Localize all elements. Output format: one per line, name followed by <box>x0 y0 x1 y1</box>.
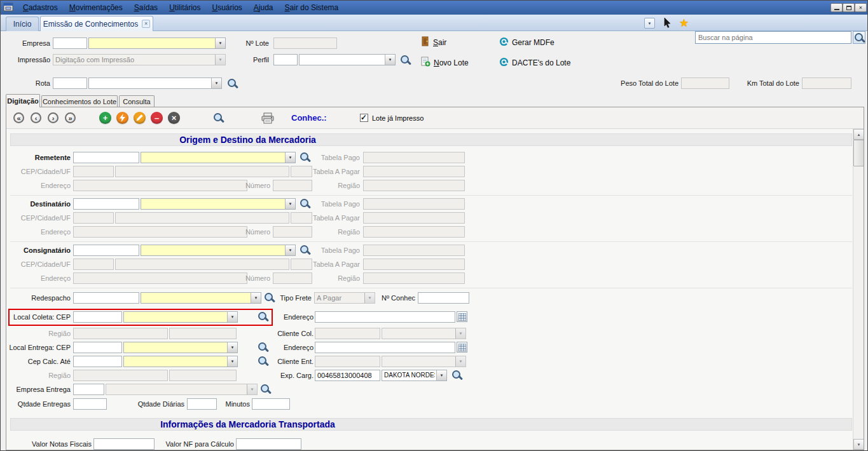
sair-button[interactable]: Sair <box>420 36 446 48</box>
tab-list-dropdown-button[interactable]: ▼ <box>644 18 655 29</box>
tab-close-icon[interactable]: × <box>142 20 150 28</box>
consignatario-name-combo[interactable]: ▼ <box>141 245 296 256</box>
chevron-down-icon[interactable]: ▼ <box>211 78 221 88</box>
last-record-button[interactable]: » <box>65 112 76 123</box>
consignatario-code-input[interactable] <box>73 245 139 256</box>
edit-record-button[interactable] <box>134 112 146 124</box>
redespacho-combo[interactable]: ▼ <box>141 292 261 304</box>
rota-combo[interactable]: ▼ <box>88 77 222 89</box>
qtdade-diarias-input[interactable] <box>187 398 217 410</box>
dactes-do-lote-button[interactable]: DACTE's do Lote <box>499 57 570 69</box>
remetente-cep-input <box>73 166 114 177</box>
exp-carg-combo[interactable]: DAKOTA NORDES ▼ <box>382 370 447 381</box>
chevron-down-icon[interactable]: ▼ <box>227 312 237 322</box>
local-coleta-cep-input[interactable] <box>73 311 122 323</box>
menu-cadastros[interactable]: Cadastros <box>17 1 64 14</box>
tab-inicio[interactable]: Início <box>6 17 39 31</box>
minimize-button[interactable] <box>830 3 843 12</box>
chevron-down-icon[interactable]: ▼ <box>251 293 261 303</box>
valor-notas-fiscais-input[interactable] <box>93 438 155 450</box>
chevron-down-icon[interactable]: ▼ <box>285 152 295 163</box>
empresa-code-input[interactable] <box>53 37 87 49</box>
exp-carg-lookup-button[interactable] <box>451 370 462 380</box>
entrega-endereco-map-button[interactable] <box>457 342 467 353</box>
coleta-endereco-input[interactable] <box>315 311 455 323</box>
subtab-conhecimentos-do-lote[interactable]: Conhecimentos do Lote <box>41 95 118 107</box>
gerar-mdfe-button[interactable]: Gerar MDFe <box>499 37 555 48</box>
valor-nf-calculo-input[interactable] <box>236 438 301 450</box>
sair-label: Sair <box>433 38 446 47</box>
empresa-entrega-code-input[interactable] <box>73 384 104 395</box>
entrega-endereco-input[interactable] <box>315 342 455 353</box>
prior-record-button[interactable]: ‹ <box>31 112 41 123</box>
post-record-button[interactable] <box>116 112 128 124</box>
lote-ja-impresso-checkbox[interactable]: ✓ <box>360 114 368 122</box>
perfil-code-input[interactable] <box>273 54 298 65</box>
no-conhec-input[interactable] <box>418 292 469 304</box>
maximize-button[interactable] <box>843 3 855 12</box>
redespacho-code-input[interactable] <box>73 292 139 304</box>
minutos-input[interactable] <box>252 398 290 410</box>
cancel-record-button[interactable]: × <box>168 112 180 124</box>
scroll-up-button[interactable]: ▲ <box>853 129 864 140</box>
local-coleta-lookup-button[interactable] <box>258 311 268 322</box>
empresa-entrega-lookup-button[interactable] <box>260 384 271 394</box>
menu-ajuda[interactable]: Ajuda <box>248 1 279 14</box>
rota-code-input[interactable] <box>53 77 87 89</box>
cep-calc-ate-input[interactable] <box>73 356 122 367</box>
menu-movimentacoes[interactable]: Movimentações <box>64 1 128 14</box>
local-entrega-cep-input[interactable] <box>73 342 122 353</box>
delete-record-button[interactable]: – <box>151 112 163 124</box>
coleta-regiao-label: Região <box>10 330 71 338</box>
destinatario-tabela-pago-label: Tabela Pago <box>309 200 360 208</box>
perfil-lookup-button[interactable] <box>400 55 411 65</box>
search-input[interactable] <box>695 31 851 44</box>
pointer-icon[interactable] <box>662 17 673 30</box>
print-button[interactable] <box>261 112 275 125</box>
local-entrega-lookup-button[interactable] <box>258 342 268 353</box>
perfil-combo[interactable]: ▼ <box>299 54 396 65</box>
toolbar-search-button[interactable] <box>213 112 224 123</box>
minimize-icon <box>834 9 839 10</box>
cep-calc-ate-combo[interactable]: ▼ <box>123 356 238 367</box>
destinatario-code-input[interactable] <box>73 198 139 210</box>
favorites-star-icon[interactable]: ★ <box>679 17 689 30</box>
chevron-down-icon[interactable]: ▼ <box>385 55 395 65</box>
vertical-scrollbar[interactable]: ▲ ▼ <box>853 129 864 450</box>
local-entrega-combo[interactable]: ▼ <box>123 342 238 353</box>
menu-saidas[interactable]: Saídas <box>128 1 163 14</box>
dacte-icon <box>499 57 509 69</box>
scrollbar-thumb[interactable] <box>853 140 864 166</box>
insert-record-button[interactable]: + <box>99 112 111 124</box>
destinatario-name-combo[interactable]: ▼ <box>141 198 296 210</box>
chevron-down-icon[interactable]: ▼ <box>285 245 295 255</box>
subtab-consulta[interactable]: Consulta <box>119 95 155 107</box>
remetente-name-combo[interactable]: ▼ <box>141 152 296 163</box>
menu-usuarios[interactable]: Usuários <box>206 1 247 14</box>
first-record-button[interactable]: « <box>13 112 24 123</box>
empresa-combo[interactable]: ▼ <box>88 37 226 49</box>
subtab-digitacao[interactable]: Digitação <box>6 94 40 107</box>
menu-utilitarios[interactable]: Utilitários <box>163 1 206 14</box>
close-button[interactable]: × <box>855 3 867 12</box>
novo-lote-button[interactable]: Novo Lote <box>420 57 469 69</box>
cep-calc-ate-lookup-button[interactable] <box>258 356 268 367</box>
qtdade-entregas-input[interactable] <box>73 398 107 410</box>
chevron-down-icon[interactable]: ▼ <box>285 199 295 209</box>
search-button[interactable] <box>853 31 865 44</box>
rota-lookup-button[interactable] <box>227 78 238 89</box>
next-record-button[interactable]: › <box>48 112 59 123</box>
chevron-down-icon[interactable]: ▼ <box>227 356 237 367</box>
chevron-down-icon[interactable]: ▼ <box>227 342 237 353</box>
remetente-code-input[interactable] <box>73 152 139 163</box>
local-coleta-combo[interactable]: ▼ <box>123 311 238 323</box>
coleta-endereco-map-button[interactable] <box>457 311 467 322</box>
menu-sair-do-sistema[interactable]: Sair do Sistema <box>279 1 345 14</box>
tab-emissao-conhecimentos[interactable]: Emissão de Conhecimentos × <box>40 16 153 31</box>
scroll-down-button[interactable]: ▼ <box>853 439 864 450</box>
chevron-down-icon[interactable]: ▼ <box>436 370 446 380</box>
exp-carg-code-input[interactable] <box>315 370 380 381</box>
redespacho-lookup-button[interactable] <box>264 292 275 303</box>
consignatario-regiao-label: Região <box>309 274 360 283</box>
chevron-down-icon[interactable]: ▼ <box>215 38 225 48</box>
